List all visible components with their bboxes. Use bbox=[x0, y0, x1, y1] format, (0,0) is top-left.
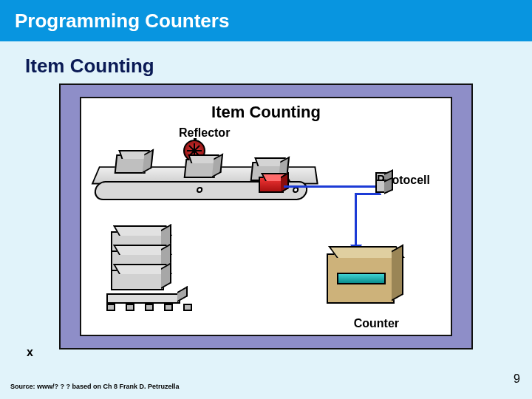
x-annotation: x bbox=[27, 346, 33, 359]
sensor-target-box-icon bbox=[259, 177, 284, 193]
title-bar: Programming Counters bbox=[0, 0, 532, 41]
figure-inner: Item Counting Reflector Photocell Counte… bbox=[80, 97, 452, 336]
pallet-stack-icon bbox=[111, 236, 182, 307]
counter-display-icon bbox=[337, 273, 386, 284]
beam-line-icon bbox=[284, 185, 380, 188]
slide-title: Programming Counters bbox=[15, 10, 229, 33]
label-counter: Counter bbox=[354, 317, 399, 330]
counter-box-icon bbox=[327, 253, 395, 304]
figure-title: Item Counting bbox=[81, 103, 451, 122]
label-reflector: Reflector bbox=[179, 126, 230, 140]
figure-frame: Item Counting Reflector Photocell Counte… bbox=[59, 83, 473, 349]
source-footer: Source: www/? ? ? based on Ch 8 Frank D.… bbox=[10, 383, 180, 390]
diagram: Reflector Photocell Counter bbox=[89, 128, 443, 327]
photocell-icon bbox=[375, 180, 387, 193]
item-box-icon bbox=[184, 159, 217, 178]
item-box-icon bbox=[115, 154, 148, 174]
arrow-down-icon bbox=[355, 193, 357, 253]
slide: Programming Counters Item Counting Item … bbox=[0, 0, 532, 399]
slide-subtitle: Item Counting bbox=[25, 55, 532, 78]
page-number: 9 bbox=[514, 372, 520, 386]
signal-line-icon bbox=[355, 193, 381, 195]
